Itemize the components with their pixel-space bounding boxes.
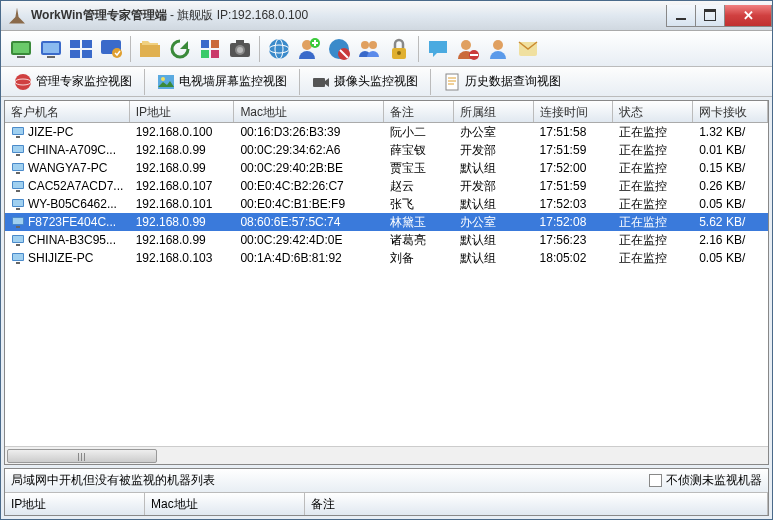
col-mac[interactable]: Mac地址: [234, 101, 384, 122]
cell-name: SHIJIZE-PC: [5, 250, 130, 266]
add-user-icon[interactable]: [295, 35, 323, 63]
col-note[interactable]: 备注: [384, 101, 454, 122]
globe-red-icon: [14, 73, 32, 91]
pc-icon: [11, 180, 25, 192]
svg-point-11: [112, 48, 122, 58]
monitor-list-icon[interactable]: [97, 35, 125, 63]
no-detect-checkbox[interactable]: 不侦测未监视机器: [649, 472, 762, 489]
tab-label: 管理专家监控视图: [36, 73, 132, 90]
tab-label: 电视墙屏幕监控视图: [179, 73, 287, 90]
chat-icon[interactable]: [424, 35, 452, 63]
cell-group: 开发部: [454, 141, 534, 160]
cell-status: 正在监控: [613, 249, 693, 268]
cell-note: 薛宝钗: [384, 141, 454, 160]
svg-rect-63: [13, 254, 23, 260]
cell-ip: 192.168.0.99: [130, 160, 235, 176]
cell-name: CHINA-A709C...: [5, 142, 130, 158]
svg-rect-57: [13, 218, 23, 224]
screenshot-icon[interactable]: [226, 35, 254, 63]
svg-rect-49: [16, 172, 20, 174]
cell-ip: 192.168.0.99: [130, 232, 235, 248]
user-group-icon[interactable]: [355, 35, 383, 63]
close-button[interactable]: [724, 5, 772, 27]
unmonitored-title: 局域网中开机但没有被监视的机器列表: [11, 472, 649, 489]
cell-nic: 5.62 KB/: [693, 214, 768, 230]
app-icon: [9, 8, 25, 24]
pc-icon: [11, 252, 25, 264]
table-row[interactable]: JIZE-PC192.168.0.10000:16:D3:26:B3:39阮小二…: [5, 123, 768, 141]
table-row[interactable]: CHINA-A709C...192.168.0.9900:0C:29:34:62…: [5, 141, 768, 159]
table-row[interactable]: F8723FE404C...192.168.0.9908:60:6E:57:5C…: [5, 213, 768, 231]
window-controls: [667, 5, 772, 27]
svg-rect-64: [16, 262, 20, 264]
table-row[interactable]: SHIJIZE-PC192.168.0.10300:1A:4D:6B:81:92…: [5, 249, 768, 267]
horizontal-scrollbar[interactable]: [5, 446, 768, 464]
cell-mac: 00:0C:29:34:62:A6: [234, 142, 384, 158]
cell-ip: 192.168.0.103: [130, 250, 235, 266]
cell-mac: 00:16:D3:26:B3:39: [234, 124, 384, 140]
multi-monitor-icon[interactable]: [67, 35, 95, 63]
col-time[interactable]: 连接时间: [534, 101, 614, 122]
tab-tvwall-monitor[interactable]: 电视墙屏幕监控视图: [150, 69, 294, 95]
tab-history-query[interactable]: 历史数据查询视图: [436, 69, 568, 95]
checkbox-icon: [649, 474, 662, 487]
col-status[interactable]: 状态: [613, 101, 693, 122]
screen-icon[interactable]: [37, 35, 65, 63]
col-group[interactable]: 所属组: [454, 101, 534, 122]
svg-rect-9: [82, 50, 92, 58]
cell-group: 办公室: [454, 213, 534, 232]
refresh-icon[interactable]: [166, 35, 194, 63]
grid-body[interactable]: JIZE-PC192.168.0.10000:16:D3:26:B3:39阮小二…: [5, 123, 768, 446]
col-ip[interactable]: IP地址: [130, 101, 235, 122]
bcol-ip[interactable]: IP地址: [5, 493, 145, 515]
cell-group: 办公室: [454, 123, 534, 142]
cell-group: 开发部: [454, 177, 534, 196]
scrollbar-thumb[interactable]: [7, 449, 157, 463]
tab-camera-monitor[interactable]: 摄像头监控视图: [305, 69, 425, 95]
titlebar[interactable]: WorkWin管理专家管理端 - 旗舰版 IP:192.168.0.100: [1, 1, 772, 31]
pc-icon: [11, 144, 25, 156]
bulk-icon[interactable]: [196, 35, 224, 63]
table-row[interactable]: CHINA-B3C95...192.168.0.9900:0C:29:42:4D…: [5, 231, 768, 249]
svg-point-35: [15, 74, 31, 90]
col-client-name[interactable]: 客户机名: [5, 101, 130, 122]
table-row[interactable]: CAC52A7ACD7...192.168.0.10700:E0:4C:B2:2…: [5, 177, 768, 195]
svg-rect-7: [82, 40, 92, 48]
cell-note: 阮小二: [384, 123, 454, 142]
svg-point-28: [369, 41, 377, 49]
svg-rect-58: [16, 226, 20, 228]
cell-name: WANGYA7-PC: [5, 160, 130, 176]
table-row[interactable]: WY-B05C6462...192.168.0.10100:E0:4C:B1:B…: [5, 195, 768, 213]
svg-rect-4: [43, 43, 59, 53]
svg-rect-55: [16, 208, 20, 210]
lock-icon[interactable]: [385, 35, 413, 63]
cell-group: 默认组: [454, 249, 534, 268]
cell-status: 正在监控: [613, 159, 693, 178]
cell-note: 刘备: [384, 249, 454, 268]
svg-rect-42: [13, 128, 23, 134]
cell-time: 17:51:59: [534, 178, 614, 194]
document-icon: [443, 73, 461, 91]
maximize-button[interactable]: [695, 5, 725, 27]
user-block-icon[interactable]: [454, 35, 482, 63]
cell-ip: 192.168.0.101: [130, 196, 235, 212]
web-block-icon[interactable]: [325, 35, 353, 63]
table-row[interactable]: WANGYA7-PC192.168.0.9900:0C:29:40:2B:BE贾…: [5, 159, 768, 177]
bcol-mac[interactable]: Mac地址: [145, 493, 305, 515]
globe-icon[interactable]: [265, 35, 293, 63]
col-nic[interactable]: 网卡接收: [693, 101, 768, 122]
svg-rect-13: [211, 40, 219, 48]
user-info-icon[interactable]: [484, 35, 512, 63]
cell-time: 17:56:23: [534, 232, 614, 248]
cell-ip: 192.168.0.99: [130, 214, 235, 230]
minimize-button[interactable]: [666, 5, 696, 27]
folders-icon[interactable]: [136, 35, 164, 63]
pc-icon: [11, 216, 25, 228]
svg-rect-45: [13, 146, 23, 152]
tab-expert-monitor[interactable]: 管理专家监控视图: [7, 69, 139, 95]
notify-icon[interactable]: [514, 35, 542, 63]
bcol-note[interactable]: 备注: [305, 493, 768, 515]
svg-rect-5: [47, 56, 55, 58]
cell-status: 正在监控: [613, 177, 693, 196]
monitor-all-icon[interactable]: [7, 35, 35, 63]
